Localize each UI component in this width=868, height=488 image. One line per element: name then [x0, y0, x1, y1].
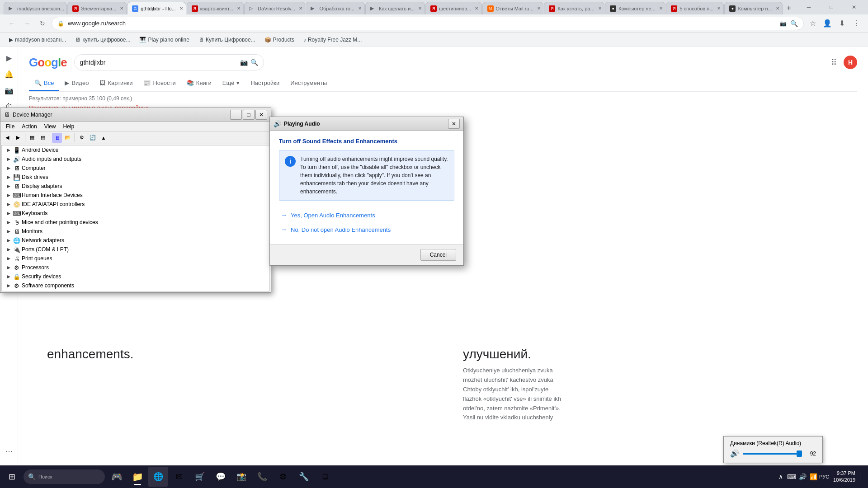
tab-8[interactable]: Я шестипинов... ✕ [425, 2, 481, 14]
taskbar-app-extra4[interactable]: 🖥 [315, 467, 335, 487]
dm-tool-grid1[interactable]: ▦ [27, 133, 37, 143]
dm-expand-disk[interactable]: ▶ [5, 174, 12, 180]
dm-minimize-button[interactable]: ─ [230, 110, 242, 120]
taskbar-app-store[interactable]: 🛒 [190, 467, 210, 487]
taskbar-app-extra1[interactable]: 📸 [231, 467, 251, 487]
dm-expand-android[interactable]: ▶ [5, 147, 12, 153]
reload-button[interactable]: ↻ [36, 17, 49, 30]
tab-1[interactable]: ▶ maddyson внезапн... ✕ [4, 2, 67, 14]
dm-expand-monitors[interactable]: ▶ [5, 228, 12, 235]
menu-button[interactable]: ⋮ [850, 17, 863, 30]
dm-expand-hid[interactable]: ▶ [5, 192, 12, 198]
download-button[interactable]: ⬇ [835, 17, 848, 30]
tab-10[interactable]: Я Как узнать, ра... ✕ [544, 2, 604, 14]
new-tab-button[interactable]: + [783, 2, 795, 14]
dm-tool-settings[interactable]: ⚙ [77, 133, 87, 143]
dm-expand-computer[interactable]: ▶ [5, 165, 12, 171]
taskbar-app-discord[interactable]: 💬 [211, 467, 231, 487]
browser-close-button[interactable]: ✕ [844, 0, 864, 14]
g-tab-all[interactable]: 🔍 Все [29, 76, 59, 91]
dm-tree-processors[interactable]: ▶ ⚙ Processors [2, 263, 269, 272]
pad-cancel-button[interactable]: Cancel [420, 249, 456, 261]
dm-maximize-button[interactable]: □ [243, 110, 255, 120]
address-bar[interactable]: 🔒 www.google.ru/search 📷 🔍 [52, 17, 804, 30]
camera-search-icon[interactable]: 📷 [240, 59, 248, 66]
tab-close-1[interactable]: ✕ [66, 5, 67, 12]
taskbar-search[interactable]: 🔍 Поиск [24, 469, 105, 484]
pad-close-button[interactable]: ✕ [448, 119, 460, 129]
show-desktop-button[interactable] [860, 472, 863, 481]
tab-close-6[interactable]: ✕ [357, 5, 363, 12]
dm-tree-hid[interactable]: ▶ ⌨ Human Interface Devices [2, 191, 269, 200]
dm-menu-action[interactable]: Action [18, 122, 40, 131]
forward-button[interactable]: → [21, 17, 33, 30]
browser-minimize-button[interactable]: ─ [798, 0, 819, 14]
tab-3[interactable]: G gthtdjlxbr - По... ✕ [127, 2, 186, 14]
tab-close-13[interactable]: ✕ [774, 5, 781, 12]
tab-6[interactable]: ▶ Обработка го... ✕ [306, 2, 365, 14]
dm-expand-display[interactable]: ▶ [5, 183, 12, 189]
tab-2[interactable]: Я Элементарна... ✕ [67, 2, 127, 14]
dm-tree-android[interactable]: ▶ 📱 Android Device [2, 145, 269, 155]
dm-tree-security[interactable]: ▶ 🔒 Security devices [2, 272, 269, 281]
dm-tree-monitors[interactable]: ▶ 🖥 Monitors [2, 227, 269, 236]
sidebar-icon-1[interactable]: ▶ [2, 51, 16, 65]
dm-menu-view[interactable]: View [41, 122, 60, 131]
dm-tree-sw-dev[interactable]: ▶ ⚙ Software devices [2, 290, 269, 291]
dm-tree-audio-io[interactable]: ▶ 🔊 Audio inputs and outputs [2, 155, 269, 164]
user-avatar[interactable]: H [844, 56, 857, 69]
dm-expand-network[interactable]: ▶ [5, 237, 12, 244]
search-submit-icon[interactable]: 🔍 [250, 59, 258, 66]
g-tab-tools[interactable]: Инструменты [285, 76, 332, 91]
dm-tree-keyboards[interactable]: ▶ ⌨ Keyboards [2, 209, 269, 218]
dm-tree-sw-comp[interactable]: ▶ ⚙ Software components [2, 281, 269, 290]
tab-close-5[interactable]: ✕ [297, 5, 304, 12]
dm-tool-grid2[interactable]: ▤ [38, 133, 48, 143]
bookmark-1[interactable]: ▶ maddyson внезапн... [5, 34, 70, 45]
dm-expand-audio-io[interactable]: ▶ [5, 156, 12, 162]
systray-lang[interactable]: РУС [820, 472, 829, 481]
taskbar-app-settings[interactable]: ⚙ [273, 467, 293, 487]
dm-tree-disk[interactable]: ▶ 💾 Disk drives [2, 173, 269, 182]
bookmark-star-button[interactable]: ☆ [807, 17, 819, 30]
taskbar-app-browser[interactable]: 🌐 [148, 467, 168, 487]
tab-12[interactable]: Я 5 способов п... ✕ [666, 2, 724, 14]
dm-tree-network[interactable]: ▶ 🌐 Network adapters [2, 236, 269, 245]
dm-expand-sw-comp[interactable]: ▶ [5, 282, 12, 289]
g-tab-video[interactable]: ▶ Видео [59, 76, 94, 91]
dm-tool-refresh[interactable]: 🔄 [88, 133, 98, 143]
tab-close-9[interactable]: ✕ [536, 5, 542, 12]
taskbar-app-xbox[interactable]: 🎮 [107, 467, 127, 487]
sidebar-icon-3[interactable]: 📷 [2, 83, 16, 98]
tab-9[interactable]: M Ответы Mail.ru... ✕ [482, 2, 544, 14]
time-display[interactable]: 9:37 PM 10/6/2019 [833, 470, 855, 484]
dm-tree-ports[interactable]: ▶ 🔌 Ports (COM & LPT) [2, 245, 269, 254]
tab-close-8[interactable]: ✕ [473, 5, 480, 12]
tab-close-2[interactable]: ✕ [118, 5, 125, 12]
dm-expand-security[interactable]: ▶ [5, 273, 12, 280]
dm-tree-mice[interactable]: ▶ 🖱 Mice and other pointing devices [2, 218, 269, 227]
dm-expand-print[interactable]: ▶ [5, 255, 12, 262]
profile-button[interactable]: 👤 [821, 17, 834, 30]
dm-tree-print[interactable]: ▶ 🖨 Print queues [2, 254, 269, 263]
dm-tree-display[interactable]: ▶ 🖥 Display adapters [2, 182, 269, 191]
tab-7[interactable]: ▶ Как сделать и... ✕ [365, 2, 425, 14]
taskbar-app-mail[interactable]: ✉ [169, 467, 189, 487]
bookmark-5[interactable]: 📦 Products [261, 34, 298, 45]
dm-tree-computer[interactable]: ▶ 🖥 Computer [2, 164, 269, 173]
dm-expand-ports[interactable]: ▶ [5, 246, 12, 253]
apps-grid-icon[interactable]: ⠿ [827, 56, 840, 69]
bookmark-3[interactable]: 🎹 Play piano online [136, 34, 193, 45]
dm-expand-processors[interactable]: ▶ [5, 264, 12, 271]
tab-11[interactable]: ● Компьютер не... ✕ [605, 2, 665, 14]
tab-close-4[interactable]: ✕ [236, 5, 242, 12]
g-tab-more[interactable]: Ещё ▾ [217, 76, 245, 91]
g-tab-news[interactable]: 📰 Новости [138, 76, 181, 91]
sidebar-icon-6[interactable]: ⋯ [2, 444, 16, 458]
taskbar-app-explorer[interactable]: 📁 [127, 467, 147, 487]
dm-tool-back[interactable]: ◀ [2, 133, 12, 143]
dm-expand-keyboards[interactable]: ▶ [5, 210, 12, 216]
tab-13[interactable]: ● Компьютер н... ✕ [724, 2, 782, 14]
search-bar[interactable]: gthtdjlxbr 📷 🔍 [74, 54, 264, 70]
tab-5[interactable]: ▷ DaVinci Resolv... ✕ [244, 2, 305, 14]
